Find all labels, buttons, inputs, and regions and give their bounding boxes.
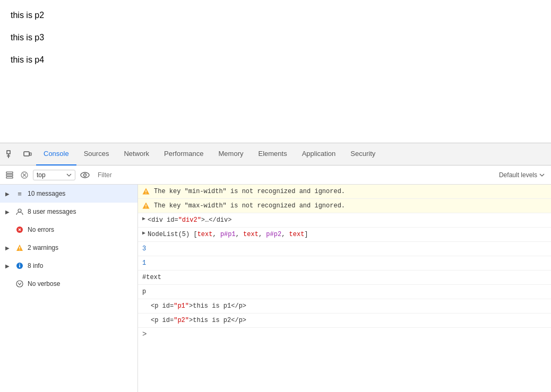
console-row-number-1: 1 <box>138 256 551 271</box>
tab-console[interactable]: Console <box>36 143 76 165</box>
tab-sources[interactable]: Sources <box>76 143 117 165</box>
number-value-3: 3 <box>142 244 146 254</box>
info-icon <box>15 261 24 271</box>
paragraph-p3: this is p3 <box>11 33 540 42</box>
sidebar-label-no-errors: No errors <box>28 226 54 233</box>
console-row-p-element: p <box>138 285 551 299</box>
console-row-div[interactable]: ▶ <div id="div2">…</div> <box>138 213 551 228</box>
svg-point-12 <box>84 173 87 176</box>
warning-row-icon-2 <box>142 202 151 211</box>
devtools-tab-bar: Console Sources Network Performance Memo… <box>0 143 551 165</box>
svg-point-19 <box>19 249 20 250</box>
console-prompt[interactable]: > <box>138 328 551 341</box>
list-icon: ≡ <box>15 189 24 198</box>
inspect-element-icon[interactable] <box>3 147 18 162</box>
devtools-panel: Console Sources Network Performance Memo… <box>0 143 551 392</box>
prompt-arrow-icon: > <box>142 330 147 338</box>
sidebar-label-no-verbose: No verbose <box>28 280 60 288</box>
context-selector[interactable]: top <box>33 170 75 180</box>
console-row-p2-code: <p id="p2">this is p2</p> <box>138 313 551 328</box>
sidebar-item-info[interactable]: ▶ 8 info <box>0 257 137 275</box>
svg-point-26 <box>145 193 146 194</box>
verbose-icon <box>15 279 24 289</box>
sidebar-label-all-messages: 10 messages <box>28 190 65 197</box>
expand-arrow-user: ▶ <box>5 209 13 215</box>
tab-application[interactable]: Application <box>295 143 343 165</box>
sidebar-label-info: 8 info <box>28 262 43 269</box>
warning-text-2: The key "max-width" is not recognized an… <box>154 201 345 211</box>
svg-rect-7 <box>6 177 13 178</box>
svg-point-13 <box>18 209 21 212</box>
console-body: ▶ ≡ 10 messages ▶ 8 user messages ▶ <box>0 185 551 392</box>
svg-point-29 <box>145 207 146 208</box>
warning-text-1: The key "min-width" is not recognized an… <box>154 187 345 196</box>
console-row-warning-2: The key "max-width" is not recognized an… <box>138 199 551 213</box>
sidebar-label-user-messages: 8 user messages <box>28 208 76 215</box>
console-row-hash-text: #text <box>138 271 551 285</box>
console-toolbar: top Default levels <box>0 165 551 185</box>
console-row-nodelist[interactable]: ▶ NodeList(5) [text, p#p1, text, p#p2, t… <box>138 228 551 242</box>
sidebar-label-warnings: 2 warnings <box>28 244 58 251</box>
hash-text-value: #text <box>142 273 161 282</box>
default-levels-dropdown[interactable]: Default levels <box>496 170 548 180</box>
tab-security[interactable]: Security <box>343 143 383 165</box>
browser-content: this is p2 this is p3 this is p4 <box>0 0 551 143</box>
sidebar-item-warnings[interactable]: ▶ 2 warnings <box>0 239 137 257</box>
expand-nodelist-arrow[interactable]: ▶ <box>142 230 145 236</box>
div-code-text: <div id="div2">…</div> <box>148 215 231 225</box>
tab-memory[interactable]: Memory <box>211 143 251 165</box>
p1-code-text: <p id="p1">this is p1</p> <box>151 301 246 311</box>
svg-rect-3 <box>24 152 29 156</box>
svg-point-22 <box>19 264 20 265</box>
svg-rect-4 <box>30 153 31 155</box>
nodelist-text: NodeList(5) [text, p#p1, text, p#p2, tex… <box>148 230 308 239</box>
clear-console-icon[interactable] <box>3 169 16 181</box>
expand-div-arrow[interactable]: ▶ <box>142 215 145 222</box>
expand-arrow-warnings: ▶ <box>5 245 13 251</box>
stop-recording-icon[interactable] <box>18 169 31 181</box>
console-row-number-3: 3 <box>138 242 551 256</box>
svg-rect-0 <box>7 151 10 154</box>
live-expression-icon[interactable] <box>78 168 92 182</box>
sidebar-item-user-messages[interactable]: ▶ 8 user messages <box>0 203 137 221</box>
filter-input[interactable] <box>94 170 494 180</box>
p2-code-text: <p id="p2">this is p2</p> <box>151 316 246 325</box>
expand-arrow-info: ▶ <box>5 263 13 269</box>
console-output: The key "min-width" is not recognized an… <box>138 185 551 392</box>
tab-performance[interactable]: Performance <box>157 143 211 165</box>
svg-point-23 <box>16 281 23 287</box>
sidebar-item-no-errors[interactable]: ▶ No errors <box>0 221 137 239</box>
p-element-value: p <box>142 287 146 297</box>
error-icon <box>15 225 24 234</box>
sidebar-item-all-messages[interactable]: ▶ ≡ 10 messages <box>0 185 137 203</box>
tab-network[interactable]: Network <box>116 143 157 165</box>
expand-arrow-all: ▶ <box>5 191 13 197</box>
svg-rect-5 <box>6 172 13 173</box>
sidebar-item-no-verbose[interactable]: ▶ No verbose <box>0 275 137 293</box>
console-row-warning-1: The key "min-width" is not recognized an… <box>138 185 551 199</box>
device-toolbar-icon[interactable] <box>20 147 35 162</box>
user-icon <box>15 207 24 216</box>
tab-elements[interactable]: Elements <box>251 143 294 165</box>
console-row-p1-code: <p id="p1">this is p1</p> <box>138 299 551 313</box>
svg-rect-6 <box>6 174 13 176</box>
number-value-1: 1 <box>142 258 146 268</box>
console-sidebar: ▶ ≡ 10 messages ▶ 8 user messages ▶ <box>0 185 138 392</box>
svg-point-11 <box>81 172 89 178</box>
paragraph-p4: this is p4 <box>11 55 540 65</box>
paragraph-p2: this is p2 <box>11 11 540 20</box>
warning-icon <box>15 243 24 252</box>
warning-row-icon-1 <box>142 188 151 196</box>
